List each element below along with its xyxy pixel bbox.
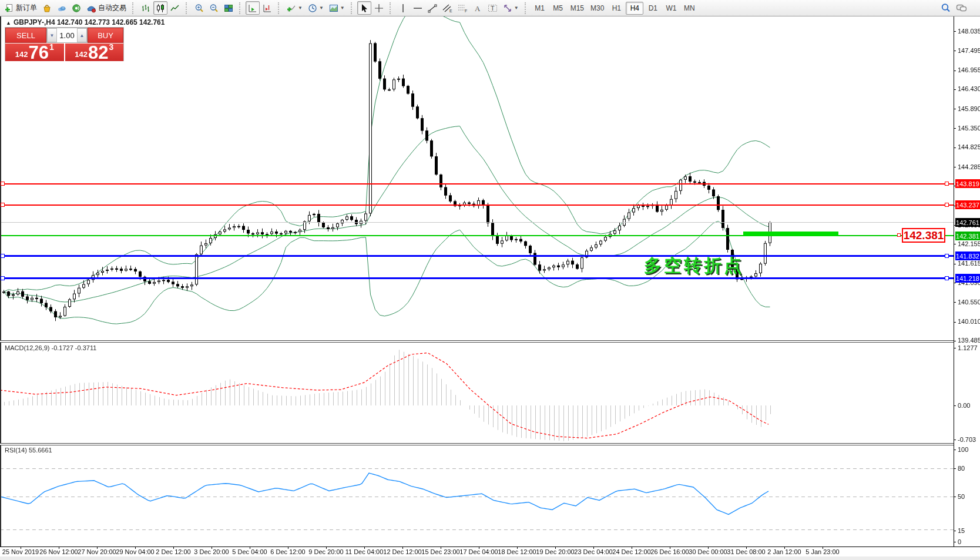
vps-button[interactable]	[55, 1, 69, 15]
tile-windows-button[interactable]	[221, 1, 236, 15]
chart-left-border	[0, 16, 1, 546]
price-axis-tick	[954, 341, 956, 341]
crosshair-button[interactable]	[372, 1, 386, 15]
timeframe-button-d1[interactable]: D1	[644, 2, 662, 15]
chart-shift-icon	[263, 4, 272, 13]
zoom-in-button[interactable]	[192, 1, 206, 15]
timeframe-button-w1[interactable]: W1	[662, 2, 680, 15]
price-axis-tick	[954, 31, 956, 32]
time-axis-label: 27 Nov 20:00	[78, 548, 116, 555]
note-text-object[interactable]: 多空转折点	[644, 254, 744, 278]
time-axis-label: 5 Dec 04:00	[232, 548, 267, 555]
zoom-in-icon	[194, 4, 204, 13]
time-axis-label: 12 Dec 12:00	[383, 548, 421, 555]
volume-field[interactable]: 1.00	[57, 28, 77, 42]
price-callout-anchor[interactable]	[897, 233, 901, 237]
volume-up-button[interactable]: ▲	[77, 28, 87, 42]
line-view-button[interactable]	[168, 1, 182, 15]
time-axis-tick	[59, 546, 59, 549]
buy-button[interactable]: BUY	[88, 28, 123, 43]
channel-button[interactable]: E	[440, 1, 455, 15]
autoscroll-button[interactable]	[246, 1, 260, 15]
price-chart-canvas[interactable]	[0, 0, 980, 560]
signals-button[interactable]	[69, 1, 83, 15]
new-order-icon	[5, 4, 14, 13]
autotrading-button[interactable]: 自动交易	[84, 1, 129, 15]
highlight-bar-object[interactable]	[743, 232, 838, 236]
hline-object-143.237[interactable]	[1, 204, 954, 206]
hline-anchor[interactable]	[1, 276, 5, 280]
macd-pane-separator[interactable]	[0, 340, 954, 343]
new-order-button[interactable]: 新订单	[2, 1, 39, 15]
sell-button[interactable]: SELL	[5, 28, 46, 43]
clock-icon	[308, 4, 317, 13]
templates-button[interactable]: ▼	[327, 1, 347, 15]
rsi-axis-label: 50	[958, 493, 965, 500]
candlestick-icon	[156, 4, 165, 13]
cursor-button[interactable]	[357, 1, 371, 15]
price-axis-tag: 142.381	[955, 232, 980, 240]
timeframe-button-m5[interactable]: M5	[549, 2, 567, 15]
hline-anchor[interactable]	[945, 203, 949, 207]
rsi-pane-separator[interactable]	[0, 443, 954, 445]
hline-object-141.218[interactable]	[1, 277, 954, 279]
hline-object-142.761[interactable]	[1, 222, 954, 223]
bid-price-button[interactable]: 142 76 1	[5, 43, 64, 61]
search-button[interactable]	[938, 1, 953, 15]
vline-button[interactable]	[396, 1, 410, 15]
price-axis-tick	[954, 89, 956, 90]
timeframe-button-h1[interactable]: H1	[608, 2, 625, 15]
time-axis-tick	[708, 546, 709, 549]
time-axis-label: 19 Dec 20:00	[536, 548, 574, 555]
price-axis-tag: 143.237	[955, 200, 980, 209]
chat-button[interactable]	[954, 1, 969, 15]
rsi-axis-tick	[954, 497, 956, 497]
arrows-button[interactable]: ▼	[501, 1, 521, 15]
hline-anchor[interactable]	[945, 254, 949, 258]
dropdown-caret: ▼	[514, 6, 519, 11]
time-axis-label: 26 Dec 16:00	[650, 548, 689, 555]
price-axis-label: 146.955	[958, 66, 980, 73]
hline-button[interactable]	[411, 1, 425, 15]
indicators-button[interactable]: ▼	[284, 1, 305, 15]
hline-anchor[interactable]	[1, 182, 5, 186]
toolbar-separator	[132, 2, 136, 14]
hline-anchor[interactable]	[1, 254, 5, 258]
text-label-button[interactable]: T	[485, 1, 500, 15]
volume-down-button[interactable]: ▼	[47, 28, 57, 42]
timeframe-button-m1[interactable]: M1	[531, 2, 549, 15]
bar-chart-icon	[141, 4, 150, 13]
timeframe-button-m30[interactable]: M30	[588, 2, 607, 15]
trendline-button[interactable]	[425, 1, 439, 15]
time-axis-tick	[632, 546, 632, 549]
price-axis-label: 145.890	[958, 105, 980, 112]
hline-object-141.832[interactable]	[1, 255, 954, 257]
chart-shift-button[interactable]	[260, 1, 274, 15]
market-button[interactable]	[40, 1, 54, 15]
rsi-axis-tick	[954, 450, 956, 450]
trendline-icon	[428, 4, 437, 13]
price-callout-box[interactable]: 142.381	[902, 228, 945, 243]
timeframe-button-m15[interactable]: M15	[568, 2, 587, 15]
vertical-line-icon	[400, 4, 407, 13]
time-axis-label: 23 Dec 04:00	[574, 548, 612, 555]
hline-anchor[interactable]	[1, 203, 5, 207]
ask-price-button[interactable]: 142 82 3	[65, 43, 124, 61]
price-axis-tag: 141.832	[955, 252, 980, 260]
text-button[interactable]: A	[471, 1, 485, 15]
time-axis-label: 24 Dec 12:00	[612, 548, 650, 555]
oneclick-collapse-icon[interactable]: ▲	[6, 20, 11, 26]
fibonacci-button[interactable]: F	[455, 1, 470, 15]
periods-button[interactable]: ▼	[306, 1, 326, 15]
bars-view-button[interactable]	[139, 1, 153, 15]
rsi-axis-label: 15	[958, 527, 965, 534]
candles-view-button[interactable]	[153, 1, 167, 15]
time-axis-label: 2 Dec 12:00	[156, 548, 190, 555]
zoom-out-button[interactable]	[207, 1, 221, 15]
hline-object-143.819[interactable]	[1, 183, 954, 185]
timeframe-button-h4[interactable]: H4	[626, 2, 643, 15]
hline-anchor[interactable]	[945, 182, 949, 186]
hline-anchor[interactable]	[945, 276, 949, 280]
price-axis-label: 139.485	[958, 337, 980, 344]
timeframe-button-mn[interactable]: MN	[680, 2, 698, 15]
